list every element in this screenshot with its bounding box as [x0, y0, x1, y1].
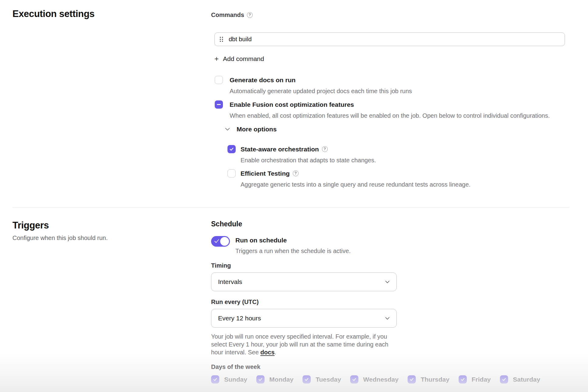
timing-select-value: Intervals: [218, 278, 242, 286]
triggers-subtitle: Configure when this job should run.: [12, 235, 211, 242]
run-every-select[interactable]: Every 12 hours: [211, 309, 397, 328]
day-item-saturday: Saturday: [500, 375, 540, 384]
wednesday-checkbox[interactable]: [350, 375, 358, 384]
commands-label-text: Commands: [211, 12, 244, 19]
execution-settings-section: Execution settings Commands ? + Add comm…: [12, 8, 569, 207]
efficient-testing-help-icon[interactable]: ?: [293, 171, 299, 176]
thursday-checkbox[interactable]: [408, 375, 416, 384]
execution-settings-form: Commands ? + Add command: [211, 8, 569, 207]
option-texts: Generate docs on run Automatically gener…: [230, 76, 412, 95]
day-item-tuesday: Tuesday: [303, 375, 341, 384]
job-settings-page: Execution settings Commands ? + Add comm…: [0, 0, 588, 384]
fusion-sub-options: State-aware orchestration ? Enable orche…: [227, 145, 569, 188]
execution-options: Generate docs on run Automatically gener…: [215, 76, 569, 120]
day-label: Sunday: [224, 376, 247, 383]
efficient-testing-checkbox[interactable]: [227, 169, 236, 177]
schedule-title: Schedule: [211, 220, 569, 228]
tuesday-checkbox[interactable]: [303, 375, 311, 384]
schedule-form: Schedule Run on schedule Triggers a run …: [211, 220, 569, 384]
timing-select[interactable]: Intervals: [211, 272, 397, 291]
run-on-schedule-row: Run on schedule Triggers a run when the …: [211, 236, 569, 255]
triggers-left: Triggers Configure when this job should …: [12, 220, 211, 384]
option-label-text: State-aware orchestration: [241, 145, 319, 153]
docs-link[interactable]: docs: [260, 349, 275, 356]
interval-help-text: Your job will run once every specified i…: [211, 333, 393, 356]
generate-docs-checkbox[interactable]: [215, 76, 223, 84]
check-icon: [229, 147, 234, 151]
day-label: Tuesday: [316, 376, 341, 383]
days-of-week-label: Days of the week: [211, 363, 569, 370]
option-label: Enable Fusion cost optimization features: [230, 100, 550, 109]
check-icon: [460, 377, 465, 382]
option-description: Automatically generate updated project d…: [230, 87, 412, 95]
option-description: Enable orchestration that adapts to stat…: [241, 156, 376, 164]
add-command-label: Add command: [223, 55, 264, 63]
interval-help-prefix: Your job will run once every specified i…: [211, 333, 388, 356]
option-state-aware: State-aware orchestration ? Enable orche…: [227, 145, 569, 164]
interval-help-suffix: .: [275, 349, 276, 356]
state-aware-checkbox[interactable]: [227, 145, 236, 153]
day-label: Saturday: [513, 376, 540, 383]
check-icon: [258, 377, 263, 382]
toggle-texts: Run on schedule Triggers a run when the …: [235, 236, 350, 255]
day-item-wednesday: Wednesday: [350, 375, 398, 384]
monday-checkbox[interactable]: [256, 375, 265, 384]
drag-handle-icon[interactable]: [220, 36, 223, 42]
option-label: Efficient Testing ?: [241, 169, 470, 177]
option-efficient-testing: Efficient Testing ? Aggregate generic te…: [227, 169, 569, 188]
chevron-down-icon: [225, 128, 230, 131]
run-on-schedule-description: Triggers a run when the schedule is acti…: [235, 247, 350, 255]
day-label: Monday: [269, 376, 293, 383]
option-texts: State-aware orchestration ? Enable orche…: [241, 145, 376, 164]
check-icon: [352, 377, 357, 382]
option-texts: Efficient Testing ? Aggregate generic te…: [241, 169, 470, 188]
days-of-week-row: Sunday Monday Tuesday: [211, 375, 569, 384]
execution-settings-left: Execution settings: [12, 8, 211, 207]
timing-label: Timing: [211, 262, 569, 269]
sunday-checkbox[interactable]: [211, 375, 219, 384]
option-generate-docs: Generate docs on run Automatically gener…: [215, 76, 569, 95]
option-label-text: Generate docs on run: [230, 76, 296, 84]
minus-icon: [217, 104, 221, 105]
execution-settings-title: Execution settings: [12, 8, 211, 19]
option-label-text: Enable Fusion cost optimization features: [230, 100, 354, 109]
option-label: Generate docs on run: [230, 76, 412, 84]
day-item-sunday: Sunday: [211, 375, 247, 384]
day-item-thursday: Thursday: [408, 375, 450, 384]
command-row: [214, 32, 565, 46]
add-command-button[interactable]: + Add command: [214, 55, 264, 63]
toggle-check-icon: [214, 239, 219, 243]
run-on-schedule-toggle[interactable]: [211, 236, 230, 247]
option-label-text: Efficient Testing: [241, 169, 290, 177]
triggers-section: Triggers Configure when this job should …: [12, 208, 569, 384]
check-icon: [304, 377, 309, 382]
run-every-label: Run every (UTC): [211, 299, 569, 306]
saturday-checkbox[interactable]: [500, 375, 508, 384]
chevron-down-icon: [385, 281, 390, 283]
state-aware-help-icon[interactable]: ?: [322, 146, 328, 152]
command-input[interactable]: [229, 33, 560, 46]
enable-fusion-checkbox[interactable]: [215, 100, 223, 109]
option-description: When enabled, all cost optimization feat…: [230, 112, 550, 120]
toggle-knob: [220, 237, 229, 246]
check-icon: [213, 377, 217, 382]
run-on-schedule-label: Run on schedule: [235, 236, 350, 244]
check-icon: [409, 377, 414, 382]
day-item-monday: Monday: [256, 375, 293, 384]
option-label: State-aware orchestration ?: [241, 145, 376, 153]
day-label: Thursday: [421, 376, 450, 383]
day-label: Friday: [472, 376, 491, 383]
more-options-toggle[interactable]: More options: [225, 126, 277, 133]
plus-icon: +: [214, 55, 219, 63]
friday-checkbox[interactable]: [459, 375, 467, 384]
chevron-down-icon: [385, 317, 390, 320]
commands-help-icon[interactable]: ?: [247, 12, 253, 18]
more-options-label: More options: [237, 126, 277, 133]
option-enable-fusion: Enable Fusion cost optimization features…: [215, 100, 569, 120]
option-texts: Enable Fusion cost optimization features…: [230, 100, 550, 120]
run-every-select-value: Every 12 hours: [218, 315, 261, 322]
check-icon: [502, 377, 506, 382]
triggers-title: Triggers: [12, 220, 211, 231]
commands-label: Commands ?: [211, 12, 569, 19]
option-description: Aggregate generic tests into a single qu…: [241, 181, 470, 188]
